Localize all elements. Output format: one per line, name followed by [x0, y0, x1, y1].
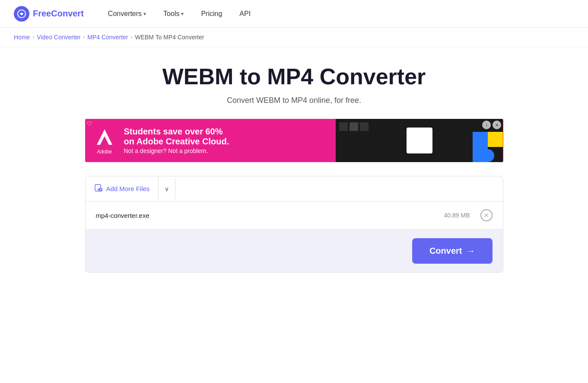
- ad-info-icon[interactable]: i: [482, 121, 491, 129]
- convert-label: Convert: [429, 246, 462, 256]
- convert-button[interactable]: Convert →: [412, 238, 493, 264]
- converter-box: Add More Files ∨ mp4-converter.exe 40.89…: [85, 176, 503, 273]
- ad-white-box: [407, 128, 432, 153]
- svg-point-5: [481, 149, 494, 162]
- breadcrumb-mp4-converter[interactable]: MP4 Converter: [87, 34, 128, 41]
- add-files-label: Add More Files: [106, 185, 150, 192]
- nav-tools[interactable]: Tools ▾: [156, 6, 191, 21]
- nav-api[interactable]: API: [232, 6, 257, 21]
- adobe-logo-mark: [94, 126, 115, 148]
- breadcrumb-current: WEBM To MP4 Converter: [135, 34, 204, 41]
- remove-file-button[interactable]: ✕: [480, 209, 493, 221]
- dropdown-chevron-icon: ∨: [165, 185, 169, 192]
- file-name: mp4-converter.exe: [96, 212, 444, 219]
- ad-headline2: on Adobe Creative Cloud.: [124, 137, 229, 147]
- ad-deco-1: [339, 122, 348, 131]
- ad-banner: 🛡 Adobe Students save over 60% on Adobe …: [85, 119, 503, 162]
- logo-icon: [14, 6, 29, 22]
- breadcrumb: Home › Video Converter › MP4 Converter ›…: [0, 28, 588, 47]
- convert-section: Convert →: [86, 230, 503, 272]
- ad-left-section: 🛡 Adobe Students save over 60% on Adobe …: [85, 119, 336, 162]
- ad-subline: Not a designer? Not a problem.: [124, 147, 229, 154]
- page-title: WEBM to MP4 Converter: [85, 64, 503, 89]
- main-content: WEBM to MP4 Converter Convert WEBM to MP…: [78, 47, 510, 290]
- add-files-icon: [94, 183, 103, 194]
- header: FreeConvert Converters ▾ Tools ▾ Pricing…: [0, 0, 588, 28]
- ad-shield-icon: 🛡: [87, 121, 92, 127]
- add-more-files-button[interactable]: Add More Files: [86, 176, 159, 201]
- breadcrumb-sep-2: ›: [83, 34, 85, 40]
- nav-pricing[interactable]: Pricing: [194, 6, 229, 21]
- ad-deco-3: [360, 122, 369, 131]
- file-size: 40.89 MB: [444, 212, 470, 219]
- logo-text: FreeConvert: [33, 9, 84, 19]
- adobe-brand-label: Adobe: [97, 149, 112, 155]
- converter-toolbar: Add More Files ∨: [86, 176, 503, 201]
- remove-icon: ✕: [484, 212, 489, 219]
- converters-chevron-icon: ▾: [143, 11, 146, 17]
- convert-arrow-icon: →: [467, 246, 475, 256]
- svg-rect-4: [488, 132, 503, 147]
- breadcrumb-video-converter[interactable]: Video Converter: [37, 34, 80, 41]
- add-files-dropdown-button[interactable]: ∨: [159, 179, 175, 199]
- breadcrumb-sep-1: ›: [32, 34, 34, 40]
- page-subtitle: Convert WEBM to MP4 online, for free.: [85, 96, 503, 105]
- logo-link[interactable]: FreeConvert: [14, 6, 84, 22]
- file-row: mp4-converter.exe 40.89 MB ✕: [86, 201, 503, 230]
- title-section: WEBM to MP4 Converter Convert WEBM to MP…: [85, 64, 503, 105]
- tools-chevron-icon: ▾: [181, 11, 184, 17]
- adobe-logo: Adobe: [94, 126, 115, 155]
- ad-circle-deco: [473, 132, 503, 162]
- breadcrumb-sep-3: ›: [130, 34, 132, 40]
- ad-deco-2: [350, 122, 358, 131]
- ad-headline: Students save over 60%: [124, 127, 229, 137]
- ad-right-section: i ✕: [336, 119, 503, 162]
- main-nav: Converters ▾ Tools ▾ Pricing API: [101, 6, 574, 21]
- breadcrumb-home[interactable]: Home: [14, 34, 30, 41]
- nav-converters[interactable]: Converters ▾: [101, 6, 153, 21]
- ad-text: Students save over 60% on Adobe Creative…: [124, 127, 229, 154]
- ad-close-button[interactable]: ✕: [493, 121, 501, 129]
